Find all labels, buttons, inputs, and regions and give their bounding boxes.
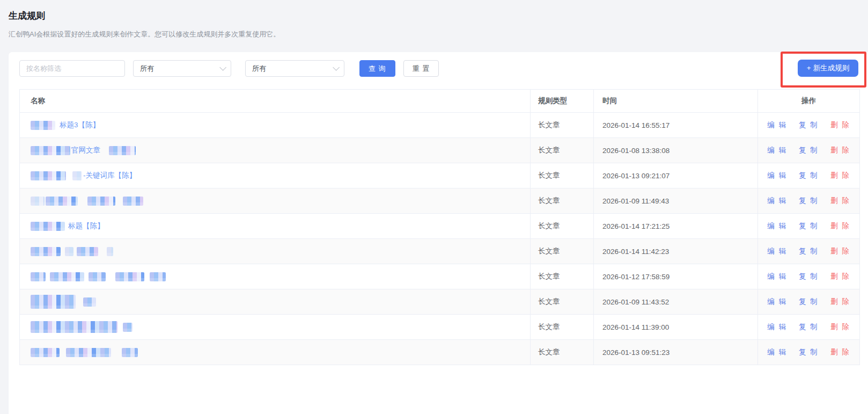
time-cell: 2026-01-14 16:55:17 — [594, 113, 758, 138]
chevron-down-icon — [333, 64, 340, 71]
time-cell: 2026-01-09 11:49:43 — [594, 188, 758, 214]
actions-cell: 编 辑复 制删 除 — [758, 315, 860, 340]
search-button[interactable]: 查 询 — [359, 60, 395, 77]
copy-link[interactable]: 复 制 — [799, 121, 819, 129]
redacted-blur — [31, 222, 65, 231]
table-body: 标题3【陈】长文章2026-01-14 16:55:17编 辑复 制删 除官网文… — [20, 113, 860, 365]
name-cell — [20, 340, 531, 365]
table-row: 长文章2026-01-09 11:49:43编 辑复 制删 除 — [20, 188, 860, 214]
actions-cell: 编 辑复 制删 除 — [758, 214, 860, 239]
copy-link[interactable]: 复 制 — [799, 348, 819, 356]
copy-link[interactable]: 复 制 — [799, 222, 819, 230]
table-row: 长文章2026-01-12 17:58:59编 辑复 制删 除 — [20, 264, 860, 289]
redacted-blur — [31, 121, 55, 130]
time-cell: 2026-01-13 09:51:23 — [594, 340, 758, 365]
rule-type-cell: 长文章 — [531, 264, 594, 289]
rule-name-link[interactable]: 标题3【陈】 — [60, 121, 100, 129]
delete-link[interactable]: 删 除 — [830, 272, 850, 280]
redacted-blur — [123, 197, 143, 206]
edit-link[interactable]: 编 辑 — [767, 171, 787, 179]
content-card: 所有 所有 查 询 重 置 + 新生成规则 名称 规则类型 时间 操作 标题3【… — [9, 52, 868, 414]
column-header-name: 名称 — [20, 90, 531, 113]
status-select[interactable]: 所有 — [245, 60, 344, 77]
edit-link[interactable]: 编 辑 — [767, 348, 787, 356]
redacted-blur — [109, 146, 136, 155]
edit-link[interactable]: 编 辑 — [767, 197, 787, 205]
time-cell: 2026-01-13 09:21:07 — [594, 163, 758, 188]
redacted-blur — [115, 272, 144, 281]
page-title: 生成规则 — [9, 10, 859, 22]
redacted-blur — [46, 197, 78, 206]
edit-link[interactable]: 编 辑 — [767, 121, 787, 129]
table-row: 长文章2026-01-14 11:39:00编 辑复 制删 除 — [20, 315, 860, 340]
delete-link[interactable]: 删 除 — [830, 247, 850, 255]
delete-link[interactable]: 删 除 — [830, 222, 850, 230]
chevron-down-icon — [219, 64, 226, 71]
redacted-blur — [150, 272, 166, 281]
rule-name-link[interactable]: -关键词库【陈】 — [83, 171, 136, 179]
edit-link[interactable]: 编 辑 — [767, 222, 787, 230]
copy-link[interactable]: 复 制 — [799, 323, 819, 331]
delete-link[interactable]: 删 除 — [830, 197, 850, 205]
delete-link[interactable]: 删 除 — [830, 323, 850, 331]
rule-type-cell: 长文章 — [531, 163, 594, 188]
page-subtitle: 汇创鸭AI会根据设置好的生成规则来创作文章。您可以修改生成规则并多次重复使用它。 — [9, 30, 859, 39]
new-rule-button[interactable]: + 新生成规则 — [798, 60, 858, 77]
table-header-row: 名称 规则类型 时间 操作 — [20, 90, 860, 113]
edit-link[interactable]: 编 辑 — [767, 272, 787, 280]
reset-button[interactable]: 重 置 — [403, 60, 439, 77]
redacted-blur — [89, 272, 106, 281]
actions-cell: 编 辑复 制删 除 — [758, 138, 860, 163]
rule-name-link[interactable]: 标题【陈】 — [68, 222, 105, 230]
edit-link[interactable]: 编 辑 — [767, 323, 787, 331]
redacted-blur — [122, 348, 138, 357]
copy-link[interactable]: 复 制 — [799, 197, 819, 205]
name-cell — [20, 264, 531, 289]
redacted-blur — [107, 247, 113, 256]
redacted-blur — [83, 297, 96, 307]
actions-cell: 编 辑复 制删 除 — [758, 239, 860, 264]
copy-link[interactable]: 复 制 — [799, 247, 819, 255]
delete-link[interactable]: 删 除 — [830, 297, 850, 306]
actions-cell: 编 辑复 制删 除 — [758, 340, 860, 365]
column-header-time: 时间 — [594, 90, 758, 113]
rule-type-select-value: 所有 — [140, 64, 154, 74]
rule-name-link[interactable]: 官网文章 — [71, 146, 100, 154]
delete-link[interactable]: 删 除 — [830, 348, 850, 356]
rules-table: 名称 规则类型 时间 操作 标题3【陈】长文章2026-01-14 16:55:… — [19, 89, 860, 365]
name-filter-input[interactable] — [19, 60, 125, 77]
time-cell: 2026-01-14 11:39:00 — [594, 315, 758, 340]
filter-bar: 所有 所有 查 询 重 置 — [19, 60, 439, 77]
delete-link[interactable]: 删 除 — [830, 146, 850, 154]
copy-link[interactable]: 复 制 — [799, 297, 819, 306]
copy-link[interactable]: 复 制 — [799, 146, 819, 154]
actions-cell: 编 辑复 制删 除 — [758, 264, 860, 289]
redacted-blur — [87, 197, 115, 206]
rule-type-select[interactable]: 所有 — [133, 60, 231, 77]
table-row: -关键词库【陈】长文章2026-01-13 09:21:07编 辑复 制删 除 — [20, 163, 860, 188]
redacted-blur — [77, 247, 98, 256]
table-row: 标题3【陈】长文章2026-01-14 16:55:17编 辑复 制删 除 — [20, 113, 860, 138]
edit-link[interactable]: 编 辑 — [767, 247, 787, 255]
column-header-actions: 操作 — [758, 90, 860, 113]
time-cell: 2026-01-14 11:42:23 — [594, 239, 758, 264]
actions-cell: 编 辑复 制删 除 — [758, 289, 860, 315]
time-cell: 2026-01-09 11:43:52 — [594, 289, 758, 315]
redacted-blur — [31, 146, 70, 155]
table-row: 长文章2026-01-14 11:42:23编 辑复 制删 除 — [20, 239, 860, 264]
rule-type-cell: 长文章 — [531, 138, 594, 163]
edit-link[interactable]: 编 辑 — [767, 146, 787, 154]
rule-type-cell: 长文章 — [531, 239, 594, 264]
redacted-blur — [31, 247, 61, 256]
copy-link[interactable]: 复 制 — [799, 171, 819, 179]
redacted-blur — [65, 247, 73, 256]
edit-link[interactable]: 编 辑 — [767, 297, 787, 306]
table-row: 官网文章长文章2026-01-08 13:38:08编 辑复 制删 除 — [20, 138, 860, 163]
rule-type-cell: 长文章 — [531, 214, 594, 239]
delete-link[interactable]: 删 除 — [830, 121, 850, 129]
copy-link[interactable]: 复 制 — [799, 272, 819, 280]
time-cell: 2026-01-14 17:21:25 — [594, 214, 758, 239]
delete-link[interactable]: 删 除 — [830, 171, 850, 179]
name-cell — [20, 239, 531, 264]
name-cell — [20, 188, 531, 214]
